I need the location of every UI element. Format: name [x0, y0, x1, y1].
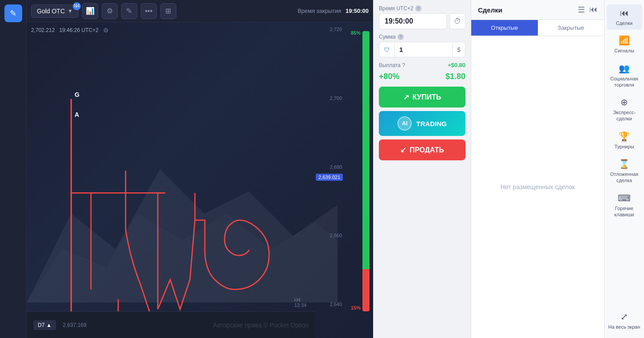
progress-red — [362, 269, 370, 311]
deals-empty: Нет размещенных сделок — [471, 36, 604, 338]
price-2700: 2,700 — [315, 95, 342, 101]
sell-arrow-icon: ↙ — [400, 146, 406, 154]
tournaments-label: Турниры — [615, 143, 634, 150]
amount-value: 1 — [395, 42, 452, 57]
timeframe-button[interactable]: D7 ▲ — [33, 320, 56, 330]
time-input-row: 19:50:00 ⏱ — [379, 13, 465, 29]
grid-button[interactable]: ⊞ — [160, 3, 176, 19]
trading-form: Время UTC+2 ? 19:50:00 ⏱ Сумма ? 🛡 1 $ — [374, 0, 471, 338]
asset-selector[interactable]: Gold OTC ▼ N4 — [31, 4, 79, 18]
draw-button[interactable]: ✎ — [121, 3, 137, 19]
deals-panel: Сделки ☰ ⏮ Открытые Закрытые Нет размеще… — [471, 0, 604, 338]
price-2720: 2,720 — [315, 27, 342, 32]
pct-bottom: 15% — [351, 305, 361, 310]
payout-info-icon: ? — [402, 62, 405, 68]
chart-icon: 📊 — [86, 7, 95, 15]
payout-pct: +80% — [379, 72, 400, 81]
deals-settings-icon[interactable]: ☰ — [578, 5, 585, 15]
amount-input[interactable]: 🛡 1 $ — [379, 42, 465, 57]
social-icon: 👥 — [619, 63, 630, 74]
time-info-icon: ? — [415, 5, 421, 12]
grid-icon: ⊞ — [165, 7, 171, 15]
buy-label: КУПИТЬ — [413, 93, 441, 101]
clock-icon: ⏱ — [454, 17, 461, 25]
trading-panel: Время UTC+2 ? 19:50:00 ⏱ Сумма ? 🛡 1 $ — [373, 0, 471, 338]
amount-currency-icon[interactable]: $ — [452, 43, 465, 57]
payout-row: Выплата ? +$0.80 — [379, 62, 465, 68]
edit-icon: ✎ — [10, 8, 16, 18]
signals-icon: 📶 — [619, 35, 630, 46]
sidebar-item-deals[interactable]: ⏮ Сделки — [607, 4, 642, 30]
chart-container: 2,702.212 19:46:26 UTC+2 ⚙ G A — [27, 22, 373, 338]
payout-label: Выплата ? — [379, 62, 405, 68]
sell-label: ПРОДАТЬ — [409, 146, 444, 154]
timeframe-arrow: ▲ — [46, 322, 52, 328]
price-2660: 2,660 — [315, 233, 342, 238]
payout-value: +$0.80 — [448, 62, 465, 68]
progress-bar — [362, 31, 370, 311]
toolbar-closing-time: Время закрытия 19:50:00 — [298, 8, 369, 14]
deals-sidebar-icon: ⏮ — [620, 8, 629, 18]
deals-title: Сделки — [478, 6, 502, 14]
copyright-text: Авторские права © Pocket Option — [213, 322, 309, 329]
asset-badge: N4 — [73, 2, 81, 10]
express-label: Экспресс-сделки — [608, 109, 640, 122]
price-axis: 2,720 2,700 2,680 2,660 2,640 — [315, 22, 342, 311]
h4-label: H4 13:34 — [294, 297, 306, 308]
deals-tabs: Открытые Закрытые — [471, 20, 604, 36]
price-2640: 2,640 — [315, 302, 342, 307]
chart-type-button[interactable]: 📊 — [82, 3, 98, 19]
current-price-tag: 2,639.021 — [316, 174, 343, 181]
pencil-icon: ✎ — [126, 7, 132, 15]
payout-details: +80% $1.80 — [379, 72, 465, 81]
social-label: Социальная торговля — [608, 76, 640, 88]
buy-button[interactable]: ↗ КУПИТЬ — [379, 87, 465, 107]
closing-time-label: Время закрытия — [298, 8, 341, 14]
dropdown-arrow: ▼ — [68, 8, 73, 14]
sidebar-item-hotkeys[interactable]: ⌨ Горячие клавиши — [607, 189, 642, 222]
more-icon: ••• — [145, 7, 153, 15]
time-label-text: Время UTC+2 — [379, 5, 413, 12]
deals-header: Сделки ☰ ⏮ — [471, 0, 604, 20]
h4-text: H4 — [294, 297, 300, 302]
tab-closed[interactable]: Закрытые — [538, 20, 604, 36]
timeframe-label: D7 — [38, 322, 44, 328]
time-display[interactable]: 19:50:00 — [379, 13, 447, 29]
ai-trading-button[interactable]: AI TRADING — [379, 111, 465, 136]
amount-info-icon: ? — [398, 34, 404, 40]
settings-button[interactable]: ⚙ — [102, 3, 118, 19]
closing-time-value: 19:50:00 — [346, 8, 369, 14]
amount-row: Сумма ? 🛡 1 $ — [379, 34, 465, 57]
amount-label-text: Сумма — [379, 34, 396, 40]
h4-time: 13:34 — [294, 302, 306, 308]
bottom-controls: D7 ▲ 2,637.169 Авторские права © Pocket … — [27, 311, 315, 338]
time-row: Время UTC+2 ? 19:50:00 ⏱ — [379, 5, 465, 29]
sidebar-item-tournaments[interactable]: 🏆 Турниры — [607, 127, 642, 153]
asset-label: Gold OTC — [37, 8, 65, 15]
sidebar-item-delayed[interactable]: ⌛ Отложенная сделка — [607, 155, 642, 187]
settings-icon: ⚙ — [107, 7, 113, 15]
time-icon-button[interactable]: ⏱ — [449, 13, 465, 29]
sell-button[interactable]: ↙ ПРОДАТЬ — [379, 139, 465, 160]
pct-top: 85% — [351, 30, 361, 36]
left-sidebar: ✎ — [0, 0, 27, 338]
buy-arrow-icon: ↗ — [403, 93, 409, 101]
progress-green — [362, 31, 370, 269]
main-area: Gold OTC ▼ N4 📊 ⚙ ✎ ••• ⊞ Время закрытия… — [27, 0, 373, 338]
tournaments-icon: 🏆 — [619, 131, 630, 142]
more-button[interactable]: ••• — [141, 3, 157, 19]
tab-open[interactable]: Открытые — [471, 20, 538, 36]
sidebar-item-social[interactable]: 👥 Социальная торговля — [607, 60, 642, 92]
deals-sidebar-label: Сделки — [616, 20, 633, 26]
delayed-label: Отложенная сделка — [608, 171, 640, 184]
amount-label: Сумма ? — [379, 34, 465, 40]
sidebar-item-express[interactable]: ⊕ Экспресс-сделки — [607, 93, 642, 126]
signals-label: Сигналы — [614, 48, 634, 54]
edit-button[interactable]: ✎ — [4, 4, 22, 22]
deals-history-icon[interactable]: ⏮ — [589, 5, 597, 15]
sidebar-item-signals[interactable]: 📶 Сигналы — [607, 32, 642, 57]
sidebar-item-fullscreen[interactable]: ⤢ На весь экран — [607, 308, 642, 334]
delayed-icon: ⌛ — [619, 159, 630, 169]
shield-icon: 🛡 — [379, 43, 395, 57]
fullscreen-icon: ⤢ — [620, 311, 628, 322]
